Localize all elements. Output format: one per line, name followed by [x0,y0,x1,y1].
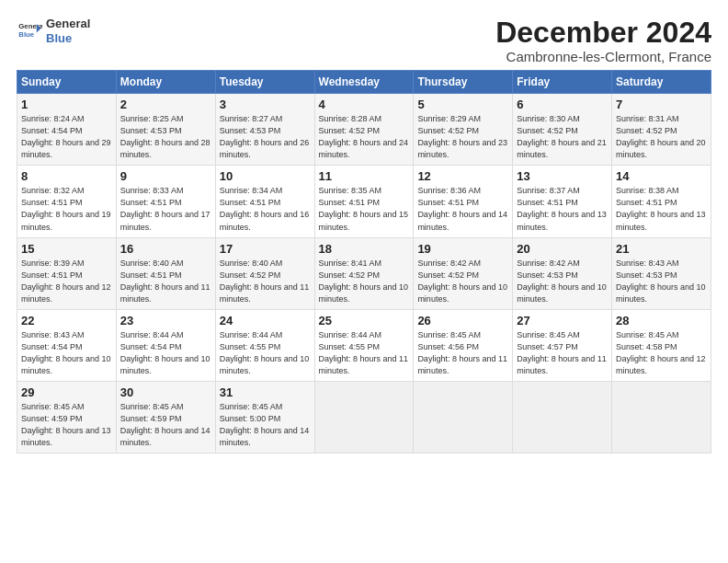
calendar-cell: 7Sunrise: 8:31 AMSunset: 4:52 PMDaylight… [612,94,711,166]
day-number: 31 [220,385,311,399]
day-info: Sunrise: 8:45 AMSunset: 4:59 PMDaylight:… [120,401,211,449]
calendar-cell: 5Sunrise: 8:29 AMSunset: 4:52 PMDaylight… [414,94,513,166]
day-info: Sunrise: 8:40 AMSunset: 4:52 PMDaylight:… [220,258,311,305]
weekday-header-monday: Monday [116,71,215,94]
title-area: December 2024 Cambronne-les-Clermont, Fr… [495,17,711,64]
day-info: Sunrise: 8:45 AMSunset: 4:57 PMDaylight:… [517,329,608,377]
calendar-cell: 20Sunrise: 8:42 AMSunset: 4:53 PMDayligh… [513,237,612,309]
day-info: Sunrise: 8:40 AMSunset: 4:51 PMDaylight:… [120,258,211,305]
day-number: 8 [21,169,112,183]
day-number: 17 [220,242,311,256]
day-info: Sunrise: 8:38 AMSunset: 4:51 PMDaylight:… [616,185,707,233]
day-info: Sunrise: 8:31 AMSunset: 4:52 PMDaylight:… [616,113,707,161]
calendar-week-row: 22Sunrise: 8:43 AMSunset: 4:54 PMDayligh… [17,309,711,381]
calendar-cell: 24Sunrise: 8:44 AMSunset: 4:55 PMDayligh… [215,309,314,381]
location-title: Cambronne-les-Clermont, France [495,49,711,64]
svg-text:Blue: Blue [18,30,35,39]
logo: General Blue General Blue [17,17,90,45]
day-info: Sunrise: 8:28 AMSunset: 4:52 PMDaylight:… [319,113,410,161]
day-info: Sunrise: 8:44 AMSunset: 4:55 PMDaylight:… [220,329,311,377]
weekday-header-friday: Friday [513,71,612,94]
calendar-cell: 16Sunrise: 8:40 AMSunset: 4:51 PMDayligh… [116,237,215,309]
day-number: 11 [319,169,410,183]
day-info: Sunrise: 8:43 AMSunset: 4:53 PMDaylight:… [616,258,707,305]
day-number: 5 [417,98,508,111]
calendar-cell: 6Sunrise: 8:30 AMSunset: 4:52 PMDaylight… [513,94,612,166]
day-number: 16 [120,242,211,256]
day-number: 18 [319,242,410,256]
logo-text-line2: Blue [46,31,90,46]
day-number: 23 [120,314,211,327]
header: General Blue General Blue December 2024 … [17,17,711,64]
day-number: 28 [616,314,707,327]
calendar-cell: 10Sunrise: 8:34 AMSunset: 4:51 PMDayligh… [215,166,314,237]
day-number: 13 [517,169,608,183]
calendar-cell: 14Sunrise: 8:38 AMSunset: 4:51 PMDayligh… [612,166,711,237]
calendar-cell: 9Sunrise: 8:33 AMSunset: 4:51 PMDaylight… [116,166,215,237]
calendar-cell: 30Sunrise: 8:45 AMSunset: 4:59 PMDayligh… [116,381,215,453]
calendar-cell: 29Sunrise: 8:45 AMSunset: 4:59 PMDayligh… [17,381,117,453]
calendar-cell: 8Sunrise: 8:32 AMSunset: 4:51 PMDaylight… [17,166,117,237]
day-info: Sunrise: 8:24 AMSunset: 4:54 PMDaylight:… [21,113,112,161]
logo-text-line1: General [46,17,90,31]
day-number: 14 [616,169,707,183]
day-info: Sunrise: 8:25 AMSunset: 4:53 PMDaylight:… [120,113,211,161]
calendar-cell: 13Sunrise: 8:37 AMSunset: 4:51 PMDayligh… [513,166,612,237]
day-number: 15 [21,242,112,256]
day-info: Sunrise: 8:30 AMSunset: 4:52 PMDaylight:… [517,113,608,161]
calendar-week-row: 29Sunrise: 8:45 AMSunset: 4:59 PMDayligh… [17,381,711,453]
day-info: Sunrise: 8:43 AMSunset: 4:54 PMDaylight:… [21,329,112,377]
calendar-cell: 12Sunrise: 8:36 AMSunset: 4:51 PMDayligh… [414,166,513,237]
day-number: 20 [517,242,608,256]
day-number: 19 [417,242,508,256]
weekday-header-row: SundayMondayTuesdayWednesdayThursdayFrid… [17,71,711,94]
day-info: Sunrise: 8:34 AMSunset: 4:51 PMDaylight:… [220,185,311,233]
weekday-header-tuesday: Tuesday [215,71,314,94]
calendar-cell: 15Sunrise: 8:39 AMSunset: 4:51 PMDayligh… [17,237,117,309]
calendar-table: SundayMondayTuesdayWednesdayThursdayFrid… [17,70,711,454]
calendar-cell: 1Sunrise: 8:24 AMSunset: 4:54 PMDaylight… [17,94,117,166]
day-info: Sunrise: 8:29 AMSunset: 4:52 PMDaylight:… [417,113,508,161]
calendar-cell [314,381,414,453]
day-number: 29 [21,385,112,399]
calendar-week-row: 1Sunrise: 8:24 AMSunset: 4:54 PMDaylight… [17,94,711,166]
day-info: Sunrise: 8:45 AMSunset: 4:58 PMDaylight:… [616,329,707,377]
day-number: 3 [220,98,311,111]
calendar-cell: 11Sunrise: 8:35 AMSunset: 4:51 PMDayligh… [314,166,414,237]
calendar-cell [414,381,513,453]
calendar-week-row: 8Sunrise: 8:32 AMSunset: 4:51 PMDaylight… [17,166,711,237]
day-info: Sunrise: 8:37 AMSunset: 4:51 PMDaylight:… [517,185,608,233]
day-number: 30 [120,385,211,399]
calendar-week-row: 15Sunrise: 8:39 AMSunset: 4:51 PMDayligh… [17,237,711,309]
day-info: Sunrise: 8:32 AMSunset: 4:51 PMDaylight:… [21,185,112,233]
calendar-cell: 4Sunrise: 8:28 AMSunset: 4:52 PMDaylight… [314,94,414,166]
calendar-page: General Blue General Blue December 2024 … [0,0,728,463]
calendar-cell: 19Sunrise: 8:42 AMSunset: 4:52 PMDayligh… [414,237,513,309]
calendar-cell: 26Sunrise: 8:45 AMSunset: 4:56 PMDayligh… [414,309,513,381]
day-info: Sunrise: 8:33 AMSunset: 4:51 PMDaylight:… [120,185,211,233]
day-number: 21 [616,242,707,256]
day-info: Sunrise: 8:45 AMSunset: 5:00 PMDaylight:… [220,401,311,449]
day-number: 22 [21,314,112,327]
calendar-cell [513,381,612,453]
day-info: Sunrise: 8:36 AMSunset: 4:51 PMDaylight:… [417,185,508,233]
calendar-cell: 21Sunrise: 8:43 AMSunset: 4:53 PMDayligh… [612,237,711,309]
day-number: 24 [220,314,311,327]
month-title: December 2024 [495,17,711,49]
day-info: Sunrise: 8:27 AMSunset: 4:53 PMDaylight:… [220,113,311,161]
day-number: 1 [21,98,112,111]
day-info: Sunrise: 8:44 AMSunset: 4:54 PMDaylight:… [120,329,211,377]
day-info: Sunrise: 8:39 AMSunset: 4:51 PMDaylight:… [21,258,112,305]
weekday-header-sunday: Sunday [17,71,117,94]
day-info: Sunrise: 8:35 AMSunset: 4:51 PMDaylight:… [319,185,410,233]
day-number: 7 [616,98,707,111]
logo-icon: General Blue [17,18,42,44]
day-number: 27 [517,314,608,327]
calendar-cell: 3Sunrise: 8:27 AMSunset: 4:53 PMDaylight… [215,94,314,166]
calendar-cell: 31Sunrise: 8:45 AMSunset: 5:00 PMDayligh… [215,381,314,453]
day-info: Sunrise: 8:41 AMSunset: 4:52 PMDaylight:… [319,258,410,305]
calendar-cell: 23Sunrise: 8:44 AMSunset: 4:54 PMDayligh… [116,309,215,381]
calendar-cell [612,381,711,453]
day-info: Sunrise: 8:44 AMSunset: 4:55 PMDaylight:… [319,329,410,377]
day-info: Sunrise: 8:45 AMSunset: 4:59 PMDaylight:… [21,401,112,449]
